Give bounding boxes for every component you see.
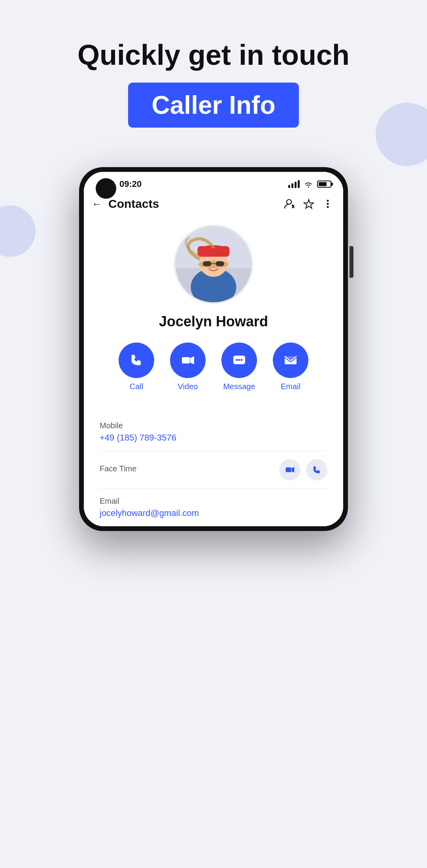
facetime-call-button[interactable] bbox=[306, 459, 327, 480]
status-time: 09:20 bbox=[119, 179, 142, 189]
svg-point-18 bbox=[238, 359, 240, 361]
avatar-image bbox=[176, 225, 251, 304]
mobile-value[interactable]: +49 (185) 789-3576 bbox=[100, 433, 327, 443]
signal-bars-icon bbox=[288, 180, 300, 188]
svg-point-17 bbox=[236, 359, 238, 361]
svg-point-1 bbox=[327, 200, 329, 202]
phone-mockup: 09:20 bbox=[79, 167, 348, 531]
svg-point-3 bbox=[327, 206, 329, 208]
email-info-label: Email bbox=[100, 497, 327, 506]
main-title: Quickly get in touch bbox=[0, 40, 427, 71]
person-edit-icon[interactable] bbox=[284, 198, 296, 210]
facetime-icons bbox=[279, 459, 327, 480]
svg-point-2 bbox=[327, 203, 329, 205]
app-bar-icons bbox=[284, 198, 334, 210]
video-label: Video bbox=[178, 382, 198, 391]
camera-notch bbox=[96, 178, 116, 199]
star-icon[interactable] bbox=[303, 198, 315, 210]
phone-icon bbox=[128, 352, 144, 368]
message-icon bbox=[231, 352, 247, 368]
video-icon bbox=[180, 352, 196, 368]
svg-point-0 bbox=[287, 200, 291, 204]
mobile-label: Mobile bbox=[100, 421, 327, 430]
call-label: Call bbox=[130, 382, 143, 391]
phone-side-button bbox=[350, 246, 353, 278]
message-button[interactable] bbox=[221, 343, 257, 378]
header-section: Quickly get in touch Caller Info bbox=[0, 0, 427, 151]
contact-name: Jocelyn Howard bbox=[100, 313, 327, 330]
app-bar: ← Contacts bbox=[84, 193, 343, 217]
mobile-info-row: Mobile +49 (185) 789-3576 bbox=[100, 413, 327, 451]
facetime-call-icon bbox=[312, 465, 322, 475]
call-button[interactable] bbox=[119, 343, 154, 378]
email-label: Email bbox=[281, 382, 300, 391]
phone-inner: 09:20 bbox=[84, 172, 343, 526]
svg-rect-11 bbox=[203, 262, 211, 266]
signal-bar-3 bbox=[295, 182, 297, 188]
battery-icon bbox=[317, 181, 331, 188]
avatar-wrapper bbox=[100, 225, 327, 304]
svg-point-10 bbox=[198, 261, 229, 268]
wifi-icon bbox=[304, 180, 313, 188]
status-bar: 09:20 bbox=[84, 172, 343, 193]
email-button[interactable] bbox=[273, 343, 308, 378]
svg-point-19 bbox=[241, 359, 243, 361]
svg-rect-14 bbox=[182, 357, 190, 363]
svg-marker-23 bbox=[291, 467, 294, 473]
back-button[interactable]: ← bbox=[92, 198, 102, 210]
facetime-video-icon bbox=[285, 465, 295, 475]
svg-marker-15 bbox=[190, 356, 194, 364]
facetime-label: Face Time bbox=[100, 464, 136, 473]
caller-info-badge: Caller Info bbox=[128, 83, 299, 128]
status-icons bbox=[288, 180, 331, 188]
avatar bbox=[174, 225, 253, 304]
video-button[interactable] bbox=[170, 343, 206, 378]
info-section: Mobile +49 (185) 789-3576 Face Time bbox=[84, 413, 343, 526]
video-action: Video bbox=[170, 343, 206, 391]
facetime-video-button[interactable] bbox=[279, 459, 300, 480]
message-action: Message bbox=[221, 343, 257, 391]
contact-detail: Jocelyn Howard Call bbox=[84, 217, 343, 413]
message-label: Message bbox=[223, 382, 255, 391]
action-buttons: Call Video bbox=[100, 343, 327, 391]
call-action: Call bbox=[119, 343, 154, 391]
signal-bar-2 bbox=[291, 183, 293, 188]
battery-fill bbox=[319, 182, 327, 186]
more-icon[interactable] bbox=[322, 198, 334, 210]
phone-container: 09:20 bbox=[0, 151, 427, 531]
contacts-title: Contacts bbox=[108, 197, 284, 211]
svg-rect-12 bbox=[216, 262, 224, 266]
email-action: Email bbox=[273, 343, 308, 391]
email-info-value[interactable]: jocelyhoward@gmail.com bbox=[100, 508, 327, 518]
facetime-info-row: Face Time bbox=[100, 451, 327, 489]
svg-rect-22 bbox=[286, 467, 291, 472]
signal-bar-1 bbox=[288, 185, 290, 188]
signal-bar-4 bbox=[298, 180, 300, 188]
email-info-row: Email jocelyhoward@gmail.com bbox=[100, 489, 327, 526]
email-icon bbox=[283, 352, 299, 368]
